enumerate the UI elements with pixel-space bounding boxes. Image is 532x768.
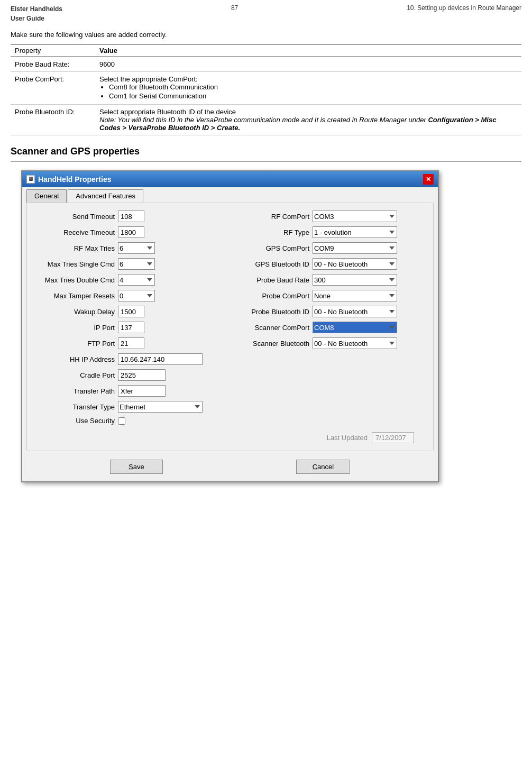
use-security-row: Use Security <box>41 417 225 425</box>
max-tamper-row: Max Tamper Resets 0 <box>41 290 225 301</box>
dialog-buttons: Save Cancel <box>22 455 438 481</box>
last-updated-label: Last Updated <box>327 434 368 442</box>
max-tamper-label: Max Tamper Resets <box>41 292 115 300</box>
dialog-close-button[interactable]: ✕ <box>423 174 434 185</box>
transfer-type-row: Transfer Type Ethernet <box>41 401 225 413</box>
probe-comport-label: Probe ComPort <box>235 292 309 300</box>
dialog-wrapper: 🖥 HandHeld Properties ✕ General Advanced… <box>11 170 521 493</box>
probe-comport-select[interactable]: None <box>313 290 397 301</box>
cradle-port-row: Cradle Port <box>41 369 225 381</box>
save-button[interactable]: Save <box>110 460 163 474</box>
probe-baud-rate-select[interactable]: 300 <box>313 274 397 286</box>
title-left: 🖥 HandHeld Properties <box>26 175 111 184</box>
transfer-type-label: Transfer Type <box>41 403 115 411</box>
gps-bluetooth-id-select[interactable]: 00 - No Bluetooth <box>313 258 397 270</box>
receive-timeout-label: Receive Timeout <box>41 228 115 236</box>
col-value-header: Value <box>95 44 521 57</box>
ftp-port-input[interactable] <box>118 337 144 349</box>
dialog-content: Send Timeout Receive Timeout RF Max Trie… <box>26 203 434 451</box>
max-tamper-select[interactable]: 0 <box>118 290 155 301</box>
rf-comport-label: RF ComPort <box>235 213 309 221</box>
col-property-header: Property <box>11 44 95 57</box>
table-row: Probe ComPort: Select the appropriate Co… <box>11 72 521 105</box>
section-heading: Scanner and GPS properties <box>11 146 521 157</box>
probe-bluetooth-id-label: Probe Bluetooth ID <box>235 308 309 316</box>
cradle-port-input[interactable] <box>118 369 166 381</box>
row2-value: Select the appropriate ComPort: Com8 for… <box>95 72 521 105</box>
last-updated-row: Last Updated 7/12/2007 <box>35 432 425 443</box>
ftp-port-row: FTP Port <box>41 337 225 349</box>
probe-bluetooth-id-row: Probe Bluetooth ID 00 - No Bluetooth <box>235 306 419 317</box>
wakup-delay-row: Wakup Delay <box>41 306 225 317</box>
header-product: Elster Handhelds <box>11 4 62 14</box>
receive-timeout-row: Receive Timeout <box>41 226 225 238</box>
header-left: Elster Handhelds User Guide <box>11 4 62 23</box>
probe-comport-row: Probe ComPort None <box>235 290 419 301</box>
hh-ip-address-input[interactable] <box>118 353 203 365</box>
form-right-col: RF ComPort COM3 RF Type 1 - evolution <box>230 211 425 429</box>
cradle-port-label: Cradle Port <box>41 371 115 379</box>
scanner-bluetooth-select[interactable]: 00 - No Bluetooth <box>313 337 397 349</box>
probe-bluetooth-id-select[interactable]: 00 - No Bluetooth <box>313 306 397 317</box>
scanner-bluetooth-label: Scanner Bluetooth <box>235 340 309 348</box>
hh-ip-address-row: HH IP Address <box>41 353 225 365</box>
ip-port-row: IP Port <box>41 322 225 333</box>
tab-advanced-features[interactable]: Advanced Features <box>68 189 143 203</box>
scanner-comport-label: Scanner ComPort <box>235 324 309 332</box>
max-tries-double-label: Max Tries Double Cmd <box>41 276 115 284</box>
ip-port-label: IP Port <box>41 324 115 332</box>
row1-value: 9600 <box>95 57 521 72</box>
row3-property: Probe Bluetooth ID: <box>11 105 95 135</box>
header-guide: User Guide <box>11 14 62 23</box>
max-tries-single-label: Max Tries Single Cmd <box>41 260 115 268</box>
rf-max-tries-label: RF Max Tries <box>41 244 115 252</box>
gps-comport-label: GPS ComPort <box>235 244 309 252</box>
send-timeout-input[interactable] <box>118 211 144 222</box>
form-left-col: Send Timeout Receive Timeout RF Max Trie… <box>35 211 230 429</box>
doc-header: Elster Handhelds User Guide 87 10. Setti… <box>0 0 532 25</box>
dialog-title: HandHeld Properties <box>38 175 111 184</box>
receive-timeout-input[interactable] <box>118 226 144 238</box>
scanner-bluetooth-row: Scanner Bluetooth 00 - No Bluetooth <box>235 337 419 349</box>
rf-comport-select[interactable]: COM3 <box>313 211 397 222</box>
scanner-comport-select[interactable]: COM8 <box>313 322 397 333</box>
wakup-delay-input[interactable] <box>118 306 144 317</box>
header-page-number: 87 <box>231 4 238 12</box>
rf-max-tries-select[interactable]: 6 <box>118 242 155 254</box>
cancel-button[interactable]: Cancel <box>296 460 350 474</box>
table-row: Probe Baud Rate: 9600 <box>11 57 521 72</box>
use-security-checkbox[interactable] <box>118 417 125 425</box>
table-row: Probe Bluetooth ID: Select appropriate B… <box>11 105 521 135</box>
doc-body: Make sure the following values are added… <box>0 25 532 493</box>
handheld-properties-dialog: 🖥 HandHeld Properties ✕ General Advanced… <box>21 170 439 482</box>
header-chapter: 10. Setting up devices in Route Manager <box>407 4 521 12</box>
hh-ip-address-label: HH IP Address <box>41 355 115 363</box>
scanner-comport-row: Scanner ComPort COM8 <box>235 322 419 333</box>
max-tries-double-row: Max Tries Double Cmd 4 <box>41 274 225 286</box>
rf-max-tries-row: RF Max Tries 6 <box>41 242 225 254</box>
gps-bluetooth-id-row: GPS Bluetooth ID 00 - No Bluetooth <box>235 258 419 270</box>
max-tries-double-select[interactable]: 4 <box>118 274 155 286</box>
ip-port-input[interactable] <box>118 322 144 333</box>
max-tries-single-select[interactable]: 6 <box>118 258 155 270</box>
last-updated-value: 7/12/2007 <box>372 432 414 443</box>
gps-comport-select[interactable]: COM9 <box>313 242 397 254</box>
section-divider <box>11 161 521 162</box>
intro-text: Make sure the following values are added… <box>11 31 521 39</box>
dialog-tabs: General Advanced Features <box>22 187 438 203</box>
form-grid: Send Timeout Receive Timeout RF Max Trie… <box>35 211 425 429</box>
send-timeout-row: Send Timeout <box>41 211 225 222</box>
row3-value: Select appropriate Bluetooth ID of the d… <box>95 105 521 135</box>
transfer-path-row: Transfer Path <box>41 385 225 397</box>
rf-comport-row: RF ComPort COM3 <box>235 211 419 222</box>
rf-type-select[interactable]: 1 - evolution <box>313 226 397 238</box>
gps-bluetooth-id-label: GPS Bluetooth ID <box>235 260 309 268</box>
send-timeout-label: Send Timeout <box>41 213 115 221</box>
rf-type-label: RF Type <box>235 228 309 236</box>
tab-general[interactable]: General <box>26 189 67 203</box>
transfer-type-select[interactable]: Ethernet <box>118 401 203 413</box>
rf-type-row: RF Type 1 - evolution <box>235 226 419 238</box>
row2-property: Probe ComPort: <box>11 72 95 105</box>
properties-table: Property Value Probe Baud Rate: 9600 Pro… <box>11 44 521 135</box>
transfer-path-input[interactable] <box>118 385 166 397</box>
